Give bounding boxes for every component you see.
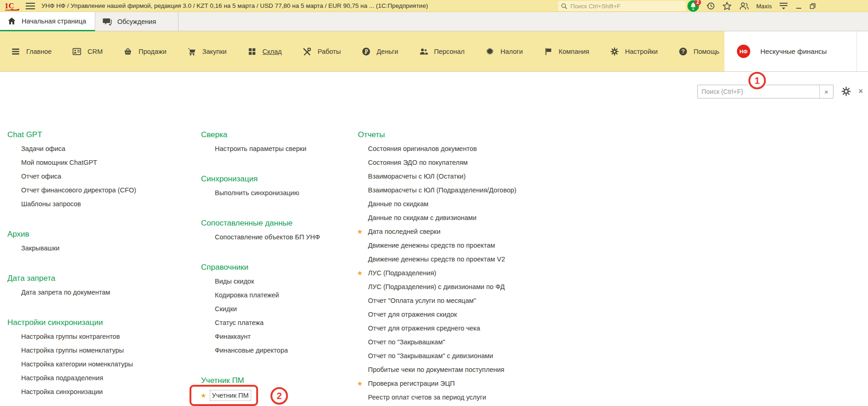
menu-link-label: Настройка категории номенклатуры xyxy=(21,357,133,371)
ribbon-item-basket[interactable]: Продажи xyxy=(123,47,167,56)
ribbon-item-flag[interactable]: Компания xyxy=(544,47,589,56)
menu-link[interactable]: Отчет для отражения среднего чека xyxy=(368,321,615,335)
ribbon-item-cart[interactable]: Закупки xyxy=(187,47,227,56)
notifications-button[interactable]: 2 xyxy=(687,0,699,12)
menu-link[interactable]: Задачи офиса xyxy=(21,142,196,156)
warehouse-icon xyxy=(247,47,257,56)
ribbon-item-eagle[interactable]: Налоги xyxy=(485,47,523,56)
ribbon-item-label: Персонал xyxy=(434,48,465,55)
menu-link[interactable]: Взаиморасчеты с ЮЛ (Подразделения/Догово… xyxy=(368,183,615,197)
menu-link[interactable]: Дата запрета по документам xyxy=(21,285,196,299)
menu-link[interactable]: Настройка группы контрагентов xyxy=(21,330,196,343)
ribbon-item-neskuchnye-finansy[interactable]: НФ Нескучные финансы xyxy=(724,31,868,71)
ribbon-item-label: Работы xyxy=(317,48,340,55)
menu-link[interactable]: Состояния оригиналов документов xyxy=(368,142,615,156)
menu-link[interactable]: Данные по скидкам с дивизионами xyxy=(368,211,615,225)
highlighted-menu-link[interactable]: ★Учетник ПМ xyxy=(190,385,258,406)
ribbon-item-people[interactable]: Персонал xyxy=(419,47,465,56)
menu-link[interactable]: Состояния ЭДО по покупателям xyxy=(368,156,615,169)
clear-search-icon[interactable]: × xyxy=(819,85,833,98)
help-icon: ? xyxy=(678,47,688,56)
annotation-step-2: 2 xyxy=(270,387,288,405)
menu-link-label: Проверка регистрации ЭЦП xyxy=(368,377,455,390)
menu-link-label: Настройка группы контрагентов xyxy=(21,330,120,343)
window-titlebar: 1С УНФ НФ / Управление нашей фирмой, ред… xyxy=(0,0,868,12)
menu-link[interactable]: Настройка синхронизации xyxy=(21,385,196,399)
favorites-star-icon[interactable] xyxy=(722,1,732,11)
menu-link[interactable]: Скидки xyxy=(215,302,353,316)
menu-link-label: Пробитые чеки по документам поступления xyxy=(368,363,504,377)
favorite-star-icon[interactable]: ★ xyxy=(357,225,365,238)
menu-link[interactable]: Выполнить синхронизацию xyxy=(215,186,353,200)
service-menu-icon[interactable] xyxy=(779,1,788,11)
menu-link[interactable]: Статус платежа xyxy=(215,316,353,330)
menu-link-label: Отчет по "Закрывашкам" xyxy=(368,335,445,349)
restore-button[interactable] xyxy=(809,3,816,10)
menu-link[interactable]: ЛУС (Подразделения) с дивизионами по ФД xyxy=(368,280,615,294)
search-icon xyxy=(561,3,568,10)
menu-link[interactable]: Отчет по "Закрывашкам" xyxy=(368,335,615,349)
ribbon-item-gear[interactable]: Настройки xyxy=(610,47,658,56)
ribbon-item-money[interactable]: Деньги xyxy=(362,47,398,56)
menu-link[interactable]: Настройка подразделения xyxy=(21,371,196,385)
page-settings-gear-icon[interactable] xyxy=(841,86,851,97)
menu-link[interactable]: Отчет для отражения скидок xyxy=(368,307,615,321)
menu-link[interactable]: ★Проверка регистрации ЭЦП xyxy=(368,377,615,390)
menu-link[interactable]: Настроить параметры сверки xyxy=(215,142,353,156)
menu-link[interactable]: Отчет "Оплата услуги по месяцам" xyxy=(368,294,615,307)
menu-link-label: Отчет офиса xyxy=(21,169,61,183)
ribbon-item-tools[interactable]: Работы xyxy=(302,47,340,56)
menu-link[interactable]: Реестр оплат счетов за период услуги xyxy=(368,390,615,404)
close-panel-icon[interactable]: × xyxy=(858,85,863,97)
ribbon-divider xyxy=(857,31,857,71)
menu-link[interactable]: Финансовые директора xyxy=(215,343,353,357)
menu-link[interactable]: Виды скидок xyxy=(215,274,353,288)
column-1: Chat GPTЗадачи офисаМой помощник ChatGPT… xyxy=(7,128,196,406)
history-icon[interactable] xyxy=(706,1,715,11)
main-menu-icon[interactable] xyxy=(25,1,36,11)
menu-link[interactable]: Настройка категории номенклатуры xyxy=(21,357,196,371)
basket-icon xyxy=(123,47,132,56)
menu-link[interactable]: Настройка группы номенклатуры xyxy=(21,343,196,357)
tab-discussions[interactable]: Обсуждения xyxy=(95,12,178,31)
menu-link[interactable]: Шаблоны запросов xyxy=(21,197,196,211)
global-search-input[interactable]: Поиск Ctrl+Shift+F xyxy=(558,1,686,11)
tab-home[interactable]: Начальная страница xyxy=(0,12,95,31)
menu-link[interactable]: Закрывашки xyxy=(21,241,196,255)
menu-link-label: Движение денежны средств по проектам xyxy=(368,238,495,252)
menu-link-label: Состояния оригиналов документов xyxy=(368,142,477,156)
ribbon-item-help[interactable]: ?Помощь xyxy=(678,47,719,56)
menu-link[interactable]: Движение денежны средств по проектам xyxy=(368,238,615,252)
ribbon-item-crm[interactable]: CRM xyxy=(72,47,103,56)
menu-link[interactable]: ★ЛУС (Подразделения) xyxy=(368,266,615,280)
users-icon[interactable] xyxy=(739,1,749,11)
menu-link[interactable]: Сопоставление объектов БП УНФ xyxy=(215,230,353,244)
menu-link-label: Шаблоны запросов xyxy=(21,197,81,211)
favorite-star-icon[interactable]: ★ xyxy=(357,266,365,280)
menu-link-label: Данные по скидкам xyxy=(368,197,428,211)
section: Настройки синхронизацииНастройка группы … xyxy=(7,316,196,399)
menu-link[interactable]: Отчет по "Закрывашкам" с дивизионами xyxy=(368,349,615,363)
ribbon-item-warehouse[interactable]: Склад xyxy=(247,47,282,56)
favorite-star-icon[interactable]: ★ xyxy=(201,392,207,399)
ribbon-item-menu[interactable]: Главное xyxy=(11,47,52,56)
section-ribbon: ГлавноеCRMПродажиЗакупкиСкладРаботыДеньг… xyxy=(0,31,868,72)
menu-link[interactable]: Данные по скидкам xyxy=(368,197,615,211)
menu-link[interactable]: Отчет финансового директора (CFO) xyxy=(21,183,196,197)
menu-link[interactable]: Финаккаунт xyxy=(215,330,353,343)
menu-link[interactable]: ★Дата последней сверки xyxy=(368,225,615,238)
menu-link[interactable]: Мой помощник ChatGPT xyxy=(21,156,196,169)
menu-link-label: Движение денежны средств по проектам V2 xyxy=(368,252,505,266)
menu-link[interactable]: Кодировка платежей xyxy=(215,288,353,302)
menu-link[interactable]: Взаиморасчеты с ЮЛ (Остатки) xyxy=(368,169,615,183)
app-window: 1С УНФ НФ / Управление нашей фирмой, ред… xyxy=(0,0,868,406)
current-user-name[interactable]: Maxis xyxy=(756,3,772,10)
menu-link[interactable]: Пробитые чеки по документам поступления xyxy=(368,363,615,377)
menu-link-label: Мой помощник ChatGPT xyxy=(21,156,97,169)
favorite-star-icon[interactable]: ★ xyxy=(357,377,365,390)
menu-link[interactable]: Отчет офиса xyxy=(21,169,196,183)
menu-link[interactable]: Движение денежны средств по проектам V2 xyxy=(368,252,615,266)
ribbon-item-label: Настройки xyxy=(625,48,658,55)
minimize-button[interactable] xyxy=(795,3,802,10)
menu-link-label: Настроить параметры сверки xyxy=(215,142,306,156)
